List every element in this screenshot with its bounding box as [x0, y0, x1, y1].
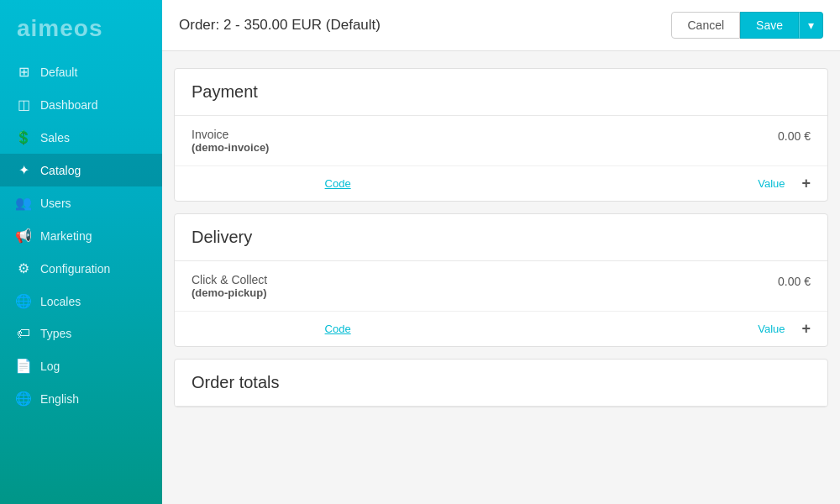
delivery-add-button[interactable]: +: [802, 320, 811, 338]
delivery-title: Delivery: [192, 228, 252, 246]
sidebar-item-label: Default: [40, 66, 77, 79]
delivery-code: (demo-pickup): [192, 286, 778, 299]
chevron-down-icon: ▾: [808, 18, 814, 32]
delivery-value-label: Value: [492, 323, 785, 335]
main-content: Order: 2 - 350.00 EUR (Default) Cancel S…: [162, 0, 840, 504]
delivery-service-name: Click & Collect (demo-pickup): [192, 273, 778, 299]
sidebar-item-sales[interactable]: 💲 Sales: [0, 121, 162, 154]
sidebar-item-english[interactable]: 🌐 English: [0, 382, 162, 415]
sidebar-item-locales[interactable]: 🌐 Locales: [0, 285, 162, 318]
dashboard-icon: ◫: [15, 97, 32, 113]
payment-code: (demo-invoice): [192, 141, 778, 154]
order-totals-title: Order totals: [192, 373, 279, 391]
sidebar-item-configuration[interactable]: ⚙ Configuration: [0, 252, 162, 285]
sidebar-item-label: Sales: [40, 131, 70, 144]
payment-title: Payment: [192, 82, 258, 101]
sidebar-item-log[interactable]: 📄 Log: [0, 349, 162, 382]
payment-amount: 0.00 €: [778, 128, 811, 143]
delivery-code-label[interactable]: Code: [192, 323, 484, 335]
types-icon: 🏷: [15, 326, 32, 341]
sidebar-item-label: Configuration: [40, 262, 110, 276]
sidebar-item-catalog[interactable]: ✦ Catalog: [0, 154, 162, 186]
logo-text: aim: [17, 15, 60, 41]
sidebar-item-marketing[interactable]: 📢 Marketing: [0, 219, 162, 252]
sidebar-item-label: Catalog: [40, 164, 81, 177]
locales-icon: 🌐: [15, 293, 32, 309]
sidebar-item-types[interactable]: 🏷 Types: [0, 318, 162, 349]
payment-code-label[interactable]: Code: [192, 177, 484, 190]
sidebar-item-label: Users: [40, 197, 71, 210]
users-icon: 👥: [15, 195, 32, 211]
sidebar-item-label: Types: [40, 327, 71, 340]
sidebar-item-label: English: [40, 392, 79, 406]
delivery-amount: 0.00 €: [778, 273, 811, 288]
payment-add-button[interactable]: +: [802, 175, 811, 192]
payment-config-row: Code Value +: [175, 166, 827, 201]
page-title: Order: 2 - 350.00 EUR (Default): [179, 17, 381, 34]
sidebar-item-label: Dashboard: [40, 98, 98, 112]
logo: aimeos: [0, 0, 162, 55]
log-icon: 📄: [15, 358, 32, 374]
save-dropdown-button[interactable]: ▾: [799, 12, 823, 39]
cancel-button[interactable]: Cancel: [671, 12, 740, 39]
sidebar-nav: ⊞ Default ◫ Dashboard 💲 Sales ✦ Catalog …: [0, 55, 162, 504]
logo-accent: eos: [60, 15, 102, 41]
payment-service-row: Invoice (demo-invoice) 0.00 €: [175, 116, 827, 166]
default-icon: ⊞: [15, 64, 32, 80]
delivery-panel: Delivery Click & Collect (demo-pickup) 0…: [174, 213, 828, 347]
payment-header: Payment: [175, 69, 827, 116]
payment-name: Invoice: [192, 128, 778, 141]
sidebar-item-dashboard[interactable]: ◫ Dashboard: [0, 88, 162, 121]
sidebar-item-label: Marketing: [40, 229, 92, 243]
payment-panel: Payment Invoice (demo-invoice) 0.00 € Co…: [174, 68, 828, 202]
save-button[interactable]: Save: [740, 12, 799, 39]
sidebar: aimeos ⊞ Default ◫ Dashboard 💲 Sales ✦ C…: [0, 0, 162, 504]
delivery-service-row: Click & Collect (demo-pickup) 0.00 €: [175, 261, 827, 312]
order-totals-header: Order totals: [175, 360, 827, 407]
delivery-name: Click & Collect: [192, 273, 778, 286]
payment-service-name: Invoice (demo-invoice): [192, 128, 778, 154]
sidebar-item-users[interactable]: 👥 Users: [0, 186, 162, 219]
header-bar: Order: 2 - 350.00 EUR (Default) Cancel S…: [162, 0, 840, 51]
payment-value-label: Value: [492, 177, 785, 190]
sidebar-item-label: Locales: [40, 295, 81, 308]
delivery-header: Delivery: [175, 214, 827, 261]
delivery-body: Click & Collect (demo-pickup) 0.00 € Cod…: [175, 261, 827, 346]
english-icon: 🌐: [15, 391, 32, 407]
header-actions: Cancel Save ▾: [671, 12, 823, 39]
catalog-icon: ✦: [15, 162, 32, 178]
payment-body: Invoice (demo-invoice) 0.00 € Code Value…: [175, 116, 827, 201]
configuration-icon: ⚙: [15, 260, 32, 276]
marketing-icon: 📢: [15, 228, 32, 244]
sidebar-item-default[interactable]: ⊞ Default: [0, 55, 162, 88]
sales-icon: 💲: [15, 129, 32, 145]
delivery-config-row: Code Value +: [175, 312, 827, 346]
sidebar-item-label: Log: [40, 360, 60, 373]
order-totals-panel: Order totals: [174, 359, 828, 407]
